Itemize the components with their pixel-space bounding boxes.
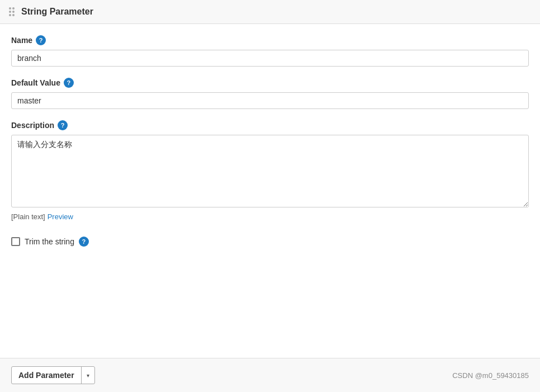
default-value-help-icon[interactable]: ?	[64, 78, 74, 88]
main-content: String Parameter Name ? Default Value ?	[0, 0, 540, 392]
drag-handle[interactable]	[9, 7, 15, 16]
footer-bar: Add Parameter ▾ CSDN @m0_59430185	[0, 358, 540, 392]
name-input[interactable]	[11, 50, 529, 67]
watermark-text: CSDN @m0_59430185	[452, 371, 529, 380]
trim-label-text: Trim the string	[25, 237, 74, 246]
preview-link[interactable]: Preview	[48, 212, 73, 221]
page-container: String Parameter Name ? Default Value ?	[0, 0, 540, 392]
trim-checkbox-group: Trim the string ?	[11, 232, 529, 251]
description-group: Description ? 请输入分支名称 [Plain text] Previ…	[11, 120, 529, 221]
default-value-label-row: Default Value ?	[11, 78, 529, 88]
trim-help-icon[interactable]: ?	[79, 237, 89, 247]
name-label-text: Name	[11, 36, 32, 45]
panel-title: String Parameter	[21, 7, 93, 17]
description-help-icon[interactable]: ?	[58, 120, 68, 130]
add-parameter-button[interactable]: Add Parameter ▾	[11, 366, 95, 384]
description-label-row: Description ?	[11, 120, 529, 130]
name-label-row: Name ?	[11, 35, 529, 45]
text-format-bar: [Plain text] Preview	[11, 212, 529, 221]
trim-checkbox[interactable]	[11, 237, 20, 246]
description-textarea[interactable]: 请输入分支名称	[11, 135, 529, 207]
add-parameter-label: Add Parameter	[12, 367, 82, 384]
string-parameter-panel: String Parameter Name ? Default Value ?	[0, 0, 540, 392]
name-help-icon[interactable]: ?	[36, 35, 46, 45]
panel-header: String Parameter	[0, 0, 540, 24]
name-group: Name ?	[11, 35, 529, 67]
description-textarea-wrapper: 请输入分支名称	[11, 135, 529, 209]
dropdown-arrow-icon[interactable]: ▾	[82, 369, 94, 382]
default-value-input[interactable]	[11, 92, 529, 109]
plain-text-label: [Plain text]	[11, 212, 45, 221]
default-value-label-text: Default Value	[11, 78, 60, 87]
default-value-group: Default Value ?	[11, 78, 529, 109]
panel-body: Name ? Default Value ? Descrip	[0, 24, 540, 358]
description-label-text: Description	[11, 121, 54, 130]
